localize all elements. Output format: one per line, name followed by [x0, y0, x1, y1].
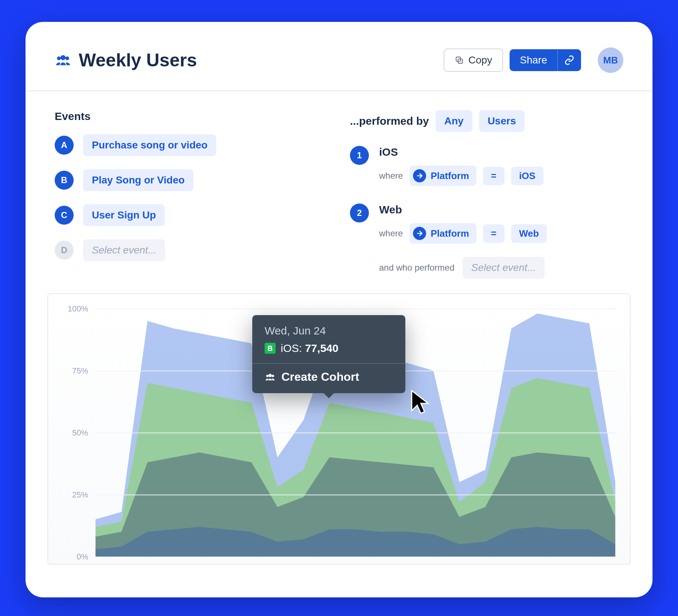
users-icon	[55, 52, 71, 69]
y-tick: 75%	[63, 366, 88, 376]
where-label: where	[379, 171, 403, 181]
copy-label: Copy	[468, 54, 492, 66]
property-chip[interactable]: Platform	[409, 223, 476, 244]
link-icon	[564, 55, 574, 65]
performed-column: ...performed by Any Users 1 iOS where Pl…	[350, 110, 623, 279]
segment-name: iOS	[379, 146, 543, 158]
y-tick: 25%	[63, 490, 88, 500]
segment: 2 Web where Platform = Web	[350, 204, 623, 244]
page-title: Weekly Users	[79, 50, 197, 71]
performed-header: ...performed by Any Users	[350, 110, 623, 132]
segment-number: 2	[350, 204, 369, 222]
operator-chip[interactable]: =	[483, 224, 504, 243]
event-placeholder[interactable]: Select event...	[83, 239, 165, 261]
event-chip[interactable]: Purchase song or video	[83, 134, 216, 156]
event-row: APurchase song or video	[55, 134, 328, 156]
event-letter: B	[55, 171, 74, 190]
event-letter: C	[55, 206, 74, 225]
create-cohort-action[interactable]: Create Cohort	[265, 370, 393, 384]
tooltip-value-row: B iOS: 77,540	[265, 342, 393, 355]
segment-body: iOS where Platform = iOS	[379, 146, 543, 186]
copy-icon	[455, 55, 464, 65]
segment-name: Web	[379, 204, 547, 216]
property-icon	[413, 169, 426, 182]
segments-list: 1 iOS where Platform = iOS 2 Web where	[350, 146, 623, 244]
gridline	[96, 433, 615, 433]
event-chip[interactable]: Play Song or Video	[83, 169, 194, 191]
segment-body: Web where Platform = Web	[379, 204, 547, 244]
performed-label: ...performed by	[350, 115, 429, 127]
tooltip-date: Wed, Jun 24	[265, 325, 393, 337]
and-row: and who performed Select event...	[379, 257, 623, 279]
where-row: where Platform = iOS	[379, 166, 543, 186]
events-list: APurchase song or videoBPlay Song or Vid…	[55, 134, 328, 261]
header: Weekly Users Copy Share MB	[26, 47, 652, 91]
tooltip-tail	[323, 392, 335, 398]
tooltip-divider	[252, 363, 405, 364]
and-label: and who performed	[379, 263, 455, 273]
chart[interactable]: Wed, Jun 24 B iOS: 77,540 Create Cohort	[96, 309, 615, 557]
event-row: CUser Sign Up	[55, 204, 328, 226]
chart-tooltip: Wed, Jun 24 B iOS: 77,540 Create Cohort	[252, 315, 405, 393]
share-button[interactable]: Share	[510, 49, 557, 71]
users-chip[interactable]: Users	[479, 110, 525, 132]
event-row: DSelect event...	[55, 239, 328, 261]
copy-button[interactable]: Copy	[444, 49, 503, 72]
users-icon	[265, 372, 276, 383]
property-icon	[413, 227, 426, 240]
header-left: Weekly Users	[55, 50, 444, 71]
event-letter: D	[55, 241, 74, 260]
events-column: Events APurchase song or videoBPlay Song…	[55, 110, 328, 279]
y-tick: 0%	[63, 552, 88, 562]
event-row: BPlay Song or Video	[55, 169, 328, 191]
gridline	[96, 309, 615, 309]
value-chip[interactable]: Web	[511, 224, 547, 243]
chart-area: Wed, Jun 24 B iOS: 77,540 Create Cohort	[47, 293, 631, 565]
event-chip[interactable]: User Sign Up	[83, 204, 165, 226]
tooltip-series-name: iOS: 77,540	[281, 342, 338, 355]
event-letter: A	[55, 136, 74, 155]
property-chip[interactable]: Platform	[409, 166, 476, 186]
config-body: Events APurchase song or videoBPlay Song…	[26, 91, 652, 293]
cursor-icon	[409, 389, 431, 414]
where-label: where	[379, 228, 403, 239]
y-tick: 50%	[63, 428, 88, 438]
segment: 1 iOS where Platform = iOS	[350, 146, 623, 186]
where-row: where Platform = Web	[379, 223, 547, 244]
y-tick: 100%	[63, 304, 88, 314]
chart-series	[96, 527, 615, 557]
app-card: Weekly Users Copy Share MB	[26, 22, 652, 597]
series-badge: B	[265, 343, 276, 354]
segment-number: 1	[350, 146, 369, 165]
share-group: Share	[510, 49, 581, 71]
share-link-button[interactable]	[557, 49, 581, 71]
avatar[interactable]: MB	[598, 47, 623, 73]
events-label: Events	[55, 110, 328, 123]
any-chip[interactable]: Any	[436, 110, 472, 132]
gridline	[96, 557, 615, 557]
value-chip[interactable]: iOS	[511, 167, 543, 185]
gridline	[96, 495, 615, 495]
header-actions: Copy Share MB	[444, 47, 623, 73]
operator-chip[interactable]: =	[483, 167, 504, 185]
and-event-placeholder[interactable]: Select event...	[463, 257, 545, 279]
